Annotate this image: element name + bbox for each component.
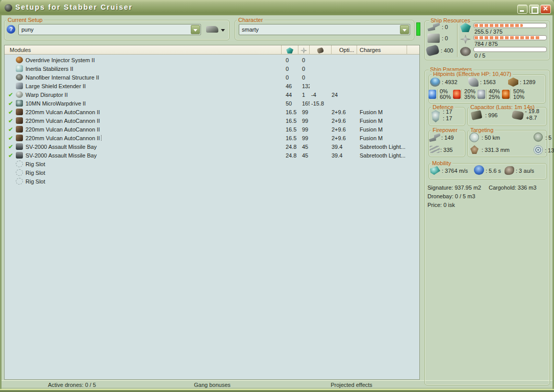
module-name: Rig Slot — [24, 161, 282, 167]
powergrid-usage-bar — [473, 35, 547, 40]
module-powergrid-value: 0 — [298, 74, 310, 81]
align-time: : 5.6 s — [486, 168, 501, 174]
module-row[interactable]: Large Shield Extender II 46 132 — [5, 82, 419, 90]
cargohold-stat: Cargohold: 336 m3 — [489, 185, 537, 191]
powergrid-icon — [300, 47, 307, 54]
module-name: SV-2000 Assault Missile Bay — [24, 152, 282, 159]
resist-divider — [437, 89, 438, 99]
module-name: Large Shield Extender II — [24, 83, 282, 89]
gang-bonuses-toggle[interactable]: Gang bonuses — [194, 382, 231, 388]
module-row[interactable]: Overdrive Injector System II 0 0 — [5, 56, 419, 64]
skill-status-indicator — [416, 22, 420, 36]
module-row[interactable]: Inertia Stabilizers II 0 0 — [5, 64, 419, 73]
drone-usage-text: 0 / 5 — [474, 53, 485, 59]
module-row[interactable]: Rig Slot — [5, 168, 419, 177]
caret-down-icon — [221, 29, 225, 34]
charges-column-header: Charges — [357, 45, 407, 55]
module-cpu-value: 0 — [282, 66, 298, 72]
signature-stat: Signature: 937.95 m2 — [427, 185, 481, 191]
resist-divider — [486, 89, 487, 99]
armor-hp: : 1563 — [480, 79, 496, 85]
resist-divider — [511, 89, 512, 99]
launcher-hardpoint-icon — [427, 34, 440, 43]
module-row[interactable]: ✔ SV-2000 Assault Missile Bay 24.8 45 39… — [5, 142, 419, 151]
module-row[interactable]: ✔ Warp Disruptor II 44 1 -4 24 — [5, 90, 419, 99]
launcher-hardpoint-count: : 0 — [442, 35, 448, 41]
module-row[interactable]: ✔ 10MN MicroWarpdrive II 50 165 -15.8 — [5, 99, 419, 108]
module-row[interactable]: ✔ SV-2000 Assault Missile Bay 24.8 45 39… — [5, 151, 419, 160]
dronebay-stat: Dronebay: 0 / 5 m3 — [427, 193, 475, 199]
kinetic-resist-icon — [477, 90, 485, 99]
module-powergrid-value: 99 — [298, 109, 310, 115]
module-name: 10MN MicroWarpdrive II — [24, 100, 282, 107]
module-charges-value: Fusion M — [357, 126, 419, 133]
module-optimal-value: 2+9.6 — [332, 118, 357, 124]
module-row[interactable]: Rig Slot — [5, 160, 419, 168]
fitted-check-icon: ✔ — [7, 126, 16, 133]
module-powergrid-value: 1 — [298, 92, 310, 98]
active-drones-toggle[interactable]: Active drones: 0 / 5 — [48, 382, 96, 388]
autocannon-module-icon — [16, 117, 24, 124]
character-label: Character — [237, 17, 264, 23]
setup-input[interactable] — [20, 25, 189, 34]
powergrid-usage-text: 784 / 875 — [474, 41, 498, 47]
capacitor-column-header — [310, 45, 332, 55]
calibration-hardpoint-count: : 400 — [441, 47, 453, 54]
ship-icon — [206, 26, 218, 33]
module-optimal-value: 2+9.6 — [332, 109, 357, 115]
targeting-range: : 50 km — [482, 135, 500, 141]
module-name: 220mm Vulcan AutoCannon II — [24, 135, 282, 141]
price-stat: Price: 0 isk — [427, 202, 455, 208]
module-row[interactable]: Rig Slot — [5, 177, 419, 186]
help-icon[interactable]: ? — [7, 25, 15, 34]
module-row[interactable]: ✔ 220mm Vulcan AutoCannon II 16.5 99 2+9… — [5, 134, 419, 142]
defence-value-2: : 17 — [443, 115, 452, 121]
fitted-check-icon: ✔ — [7, 91, 16, 98]
module-charges-value: Fusion M — [357, 118, 419, 124]
fitted-check-icon: ✔ — [7, 117, 16, 124]
module-powergrid-value: 132 — [298, 83, 310, 89]
max-targets-icon — [534, 133, 543, 142]
close-button[interactable] — [540, 5, 551, 14]
setup-dropdown-button[interactable] — [191, 25, 200, 34]
module-charges-value: Fusion M — [357, 135, 419, 141]
module-optimal-value: 2+9.6 — [332, 135, 357, 141]
resist-divider — [462, 89, 463, 99]
module-row[interactable]: Nanofiber Internal Structure II 0 0 — [5, 73, 419, 82]
module-optimal-value: 24 — [332, 92, 357, 98]
max-targets: : 5 — [545, 135, 551, 141]
character-dropdown-button[interactable] — [400, 25, 409, 34]
module-cpu-value: 46 — [282, 83, 298, 89]
module-charges-value: Fusion M — [357, 109, 419, 115]
projected-effects-toggle[interactable]: Projected effects — [331, 382, 372, 388]
module-name: Inertia Stabilizers II — [24, 66, 282, 72]
em-resist-icon — [429, 90, 436, 99]
fitted-check-icon: ✔ — [7, 152, 16, 159]
module-name: Overdrive Injector System II — [24, 57, 282, 63]
align-time-icon — [474, 165, 484, 175]
structure-hp: : 1289 — [520, 79, 536, 85]
sensor-strength: : 13 — [545, 147, 554, 153]
module-row[interactable]: ✔ 220mm Vulcan AutoCannon II 16.5 99 2+9… — [5, 116, 419, 125]
module-charges-value: Sabretooth Light... — [357, 144, 419, 150]
module-cpu-value: 50 — [282, 100, 298, 107]
setup-combobox[interactable] — [18, 24, 201, 35]
nanofiber-module-icon — [16, 74, 24, 81]
window-title: Setups for Stabber Cruiser — [15, 3, 133, 11]
module-name: Rig Slot — [24, 178, 282, 185]
autocannon-module-icon — [16, 109, 24, 115]
thermal-resist: 20%35% — [453, 89, 475, 100]
maximize-button[interactable] — [529, 5, 539, 14]
module-cpu-value: 16.5 — [282, 126, 298, 133]
warp-speed: : 3 au/s — [516, 168, 534, 174]
module-row[interactable]: ✔ 220mm Vulcan AutoCannon II 16.5 99 2+9… — [5, 108, 419, 116]
module-row[interactable]: ✔ 220mm Vulcan AutoCannon II 16.5 99 2+9… — [5, 125, 419, 134]
minimize-button[interactable] — [517, 5, 527, 14]
ship-dropdown-button[interactable] — [205, 25, 226, 35]
missile-dps-icon — [430, 146, 440, 153]
modules-column-header: Modules — [7, 45, 282, 55]
character-input[interactable] — [240, 25, 398, 34]
sensor-strength-icon — [534, 145, 543, 154]
app-icon — [5, 4, 12, 12]
character-combobox[interactable] — [239, 24, 410, 35]
